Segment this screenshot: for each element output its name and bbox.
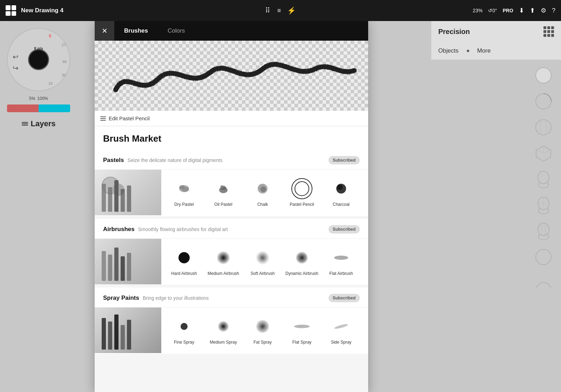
layers-button[interactable]: Layers [22, 119, 56, 128]
flat-spray-label: Flat Spray [292, 340, 312, 345]
shape-sphere-outline[interactable] [531, 115, 556, 140]
market-content[interactable]: Brush Market Pastels Seize the delicate … [95, 126, 368, 392]
svg-point-26 [337, 184, 343, 190]
spray-paints-brush-items: Fine Spray [161, 307, 368, 354]
airbrushes-brush-items: Hard Airbrush [161, 239, 368, 285]
brush-item-spat[interactable]: Spat [361, 313, 368, 348]
airbrushes-stripes [95, 239, 161, 284]
brush-item-flat-airbrush[interactable]: Flat Airbrush [322, 244, 360, 279]
airbrushes-preview-img [95, 239, 161, 284]
brush-item-fine-spray[interactable]: Fine Spray [165, 313, 203, 348]
side-spray-preview [331, 316, 352, 337]
precision-grid-icon[interactable] [543, 26, 554, 37]
shape-cube[interactable] [531, 141, 556, 165]
settings-icon[interactable]: ⚙ [541, 7, 546, 14]
section-airbrushes-header: Airbrushes Smoothly flowing airbrushes f… [95, 219, 368, 239]
pro-badge: PRO [503, 8, 513, 13]
brush-item-oil-pastel[interactable]: Oil Pastel [204, 175, 243, 210]
tab-colors[interactable]: Colors [158, 21, 195, 41]
fine-spray-label: Fine Spray [174, 340, 194, 345]
shape-sphere-solid[interactable] [531, 63, 556, 88]
svg-point-0 [536, 68, 551, 83]
brush-panel: ✕ Brushes Colors Edit Pastel Pencil Brus… [95, 21, 368, 392]
spray-paints-stripes [95, 307, 161, 353]
layers-label: Layers [31, 119, 56, 128]
spray-paints-body: Fine Spray [95, 307, 368, 354]
grid-icon[interactable] [6, 5, 16, 16]
svg-point-8 [538, 171, 549, 184]
brush-item-pastel-pencil[interactable]: Pastel Pencil [283, 175, 321, 210]
undo-icon[interactable]: ↩ [13, 53, 19, 61]
brush-item-chalk[interactable]: Chalk [243, 175, 282, 210]
objects-label[interactable]: Objects [438, 47, 459, 54]
shape-head-3q[interactable] [531, 219, 556, 243]
top-bar-left: New Drawing 4 [6, 5, 265, 16]
svg-line-6 [543, 150, 551, 153]
section-spray-paints-header: Spray Paints Bring edge to your illustra… [95, 288, 368, 307]
hard-airbrush-preview [174, 247, 195, 268]
brush-item-soft-airbrush[interactable]: Soft Airbrush [243, 244, 282, 279]
brush-item-dry-pastel[interactable]: Dry Pastel [165, 175, 203, 210]
top-bar-right: 23% ↺0° PRO ⬇ ⬆ ⚙ ? [296, 7, 555, 14]
shape-circle[interactable] [531, 245, 556, 269]
lightning-icon[interactable]: ⚡ [287, 6, 296, 15]
spray-paints-desc: Bring edge to your illustrations [143, 295, 325, 301]
svg-point-31 [334, 256, 348, 260]
download-icon[interactable]: ⬇ [519, 7, 524, 14]
svg-point-34 [256, 320, 269, 333]
brush-item-medium-spray[interactable]: Medium Spray [204, 313, 243, 348]
shape-sphere-half[interactable] [531, 89, 556, 114]
brush-item-dynamic-airbrush[interactable]: Dynamic Airbrush [283, 244, 321, 279]
pastels-brush-items: Dry Pastel Oil Pastel [161, 170, 368, 216]
help-icon[interactable]: ? [552, 7, 555, 14]
medium-spray-preview [213, 316, 234, 337]
radial-wheel[interactable]: 8 pts 5 27 48 30 18 ↩ ↪ [7, 28, 70, 91]
shape-arc[interactable] [531, 271, 556, 295]
spray-paints-title: Spray Paints [103, 295, 139, 302]
svg-point-30 [296, 251, 308, 264]
more-label[interactable]: More [477, 47, 491, 54]
airbrushes-body: Hard Airbrush [95, 239, 368, 285]
share-icon[interactable]: ⬆ [530, 7, 535, 14]
radial-48: 48 [62, 60, 67, 64]
dots-menu-icon[interactable]: ⠿ [265, 6, 271, 15]
oil-pastel-label: Oil Pastel [214, 202, 232, 208]
medium-spray-label: Medium Spray [210, 340, 237, 345]
color-bar-red[interactable] [7, 104, 39, 112]
brush-item-fat-spray[interactable]: Fat Spray [243, 313, 282, 348]
radial-5: 5 [49, 34, 51, 39]
charcoal-label: Charcoal [333, 202, 350, 208]
svg-point-24 [295, 182, 309, 196]
svg-point-23 [261, 187, 266, 192]
svg-point-13 [541, 223, 546, 236]
shape-head[interactable] [531, 167, 556, 191]
zoom-level: 23% [473, 8, 482, 13]
color-bars [7, 104, 70, 112]
pastels-desc: Seize the delicate nature of digital pig… [128, 157, 325, 163]
pastels-preview-img [95, 170, 161, 215]
rotation-level: ↺0° [488, 8, 497, 13]
close-button[interactable]: ✕ [95, 21, 114, 41]
shape-head-guides[interactable] [531, 193, 556, 217]
opacity-pct: 5% [29, 96, 35, 101]
charcoal-preview [331, 178, 352, 199]
side-spray-label: Side Spray [331, 340, 352, 345]
market-title: Brush Market [95, 126, 368, 150]
brush-item-flat-spray[interactable]: Flat Spray [283, 313, 321, 348]
brush-item-charcoal[interactable]: Charcoal [322, 175, 360, 210]
tab-brushes[interactable]: Brushes [114, 21, 158, 41]
medium-airbrush-label: Medium Airbrush [208, 271, 239, 277]
oil-pastel-preview [213, 178, 234, 199]
redo-icon[interactable]: ↪ [13, 64, 19, 72]
soft-airbrush-preview [252, 247, 273, 268]
edit-bar: Edit Pastel Pencil [95, 111, 368, 126]
color-bar-cyan[interactable] [39, 104, 70, 112]
brush-item-side-spray[interactable]: Side Spray [322, 313, 360, 348]
radial-30: 30 [62, 73, 66, 77]
dry-pastel-label: Dry Pastel [174, 202, 194, 208]
section-pastels: Pastels Seize the delicate nature of dig… [95, 150, 368, 216]
brush-item-medium-airbrush[interactable]: Medium Airbrush [204, 244, 243, 279]
hamburger-icon[interactable]: ≡ [277, 7, 281, 14]
brush-item-hard-airbrush[interactable]: Hard Airbrush [165, 244, 203, 279]
edit-label[interactable]: Edit Pastel Pencil [109, 115, 150, 121]
